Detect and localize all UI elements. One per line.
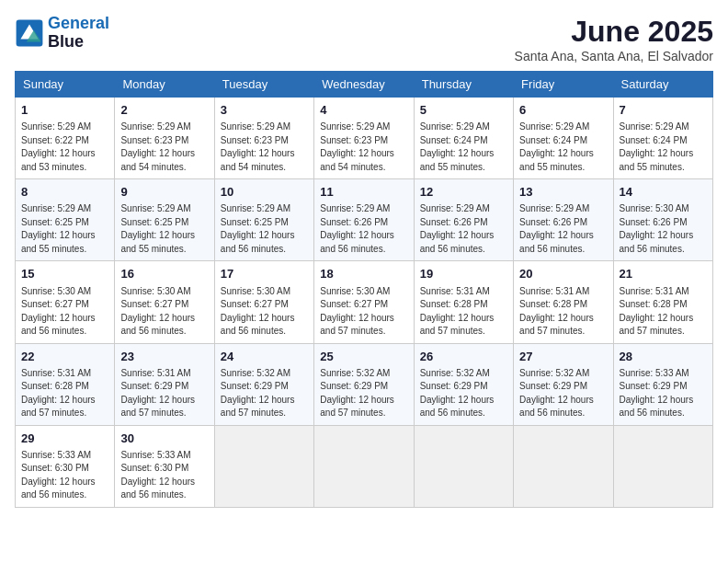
logo-text: General Blue	[48, 15, 109, 52]
calendar-day: 6 Sunrise: 5:29 AMSunset: 6:24 PMDayligh…	[514, 98, 613, 179]
calendar-day	[214, 425, 313, 507]
day-number: 20	[519, 266, 607, 282]
day-number: 5	[420, 102, 507, 119]
day-number: 23	[120, 349, 208, 365]
day-number: 7	[620, 102, 707, 119]
calendar-day: 24 Sunrise: 5:32 AMSunset: 6:29 PMDaylig…	[214, 343, 313, 425]
day-info: Sunrise: 5:29 AMSunset: 6:26 PMDaylight:…	[320, 202, 407, 256]
day-info: Sunrise: 5:29 AMSunset: 6:23 PMDaylight:…	[320, 121, 407, 174]
day-info: Sunrise: 5:29 AMSunset: 6:25 PMDaylight:…	[221, 202, 308, 256]
header-tuesday: Tuesday	[214, 72, 313, 98]
calendar-day: 27 Sunrise: 5:32 AMSunset: 6:29 PMDaylig…	[514, 343, 613, 425]
calendar-day	[314, 425, 414, 507]
calendar-day: 16 Sunrise: 5:30 AMSunset: 6:27 PMDaylig…	[115, 261, 214, 343]
day-number: 25	[320, 349, 407, 365]
logo-icon	[15, 18, 44, 48]
day-info: Sunrise: 5:29 AMSunset: 6:23 PMDaylight:…	[221, 121, 308, 174]
day-number: 28	[620, 349, 707, 365]
header-friday: Friday	[514, 72, 613, 98]
day-number: 15	[21, 266, 108, 282]
day-info: Sunrise: 5:29 AMSunset: 6:26 PMDaylight:…	[420, 202, 507, 256]
calendar-day: 30 Sunrise: 5:33 AMSunset: 6:30 PMDaylig…	[115, 425, 214, 507]
day-info: Sunrise: 5:32 AMSunset: 6:29 PMDaylight:…	[420, 367, 507, 420]
calendar-week-4: 22 Sunrise: 5:31 AMSunset: 6:28 PMDaylig…	[16, 343, 713, 425]
day-info: Sunrise: 5:29 AMSunset: 6:23 PMDaylight:…	[120, 121, 208, 174]
calendar-week-3: 15 Sunrise: 5:30 AMSunset: 6:27 PMDaylig…	[16, 261, 713, 343]
location-title: Santa Ana, Santa Ana, El Salvador	[515, 49, 713, 63]
day-number: 27	[519, 349, 607, 365]
day-info: Sunrise: 5:29 AMSunset: 6:24 PMDaylight:…	[620, 121, 707, 174]
day-info: Sunrise: 5:29 AMSunset: 6:24 PMDaylight:…	[519, 121, 607, 174]
day-number: 21	[620, 266, 707, 282]
day-number: 18	[320, 266, 407, 282]
calendar-day	[514, 425, 613, 507]
day-number: 12	[420, 184, 507, 201]
day-info: Sunrise: 5:30 AMSunset: 6:27 PMDaylight:…	[21, 285, 108, 339]
day-info: Sunrise: 5:29 AMSunset: 6:22 PMDaylight:…	[21, 121, 108, 174]
day-number: 14	[620, 184, 707, 201]
calendar-week-2: 8 Sunrise: 5:29 AMSunset: 6:25 PMDayligh…	[16, 179, 713, 261]
day-number: 17	[221, 266, 308, 282]
calendar-day: 3 Sunrise: 5:29 AMSunset: 6:23 PMDayligh…	[214, 98, 313, 179]
day-number: 13	[519, 184, 607, 201]
day-info: Sunrise: 5:32 AMSunset: 6:29 PMDaylight:…	[221, 367, 308, 420]
day-info: Sunrise: 5:33 AMSunset: 6:30 PMDaylight:…	[120, 449, 208, 502]
day-info: Sunrise: 5:32 AMSunset: 6:29 PMDaylight:…	[320, 367, 407, 420]
calendar-day: 5 Sunrise: 5:29 AMSunset: 6:24 PMDayligh…	[414, 98, 513, 179]
day-number: 24	[221, 349, 308, 365]
day-number: 4	[320, 102, 407, 119]
calendar-day: 29 Sunrise: 5:33 AMSunset: 6:30 PMDaylig…	[16, 425, 115, 507]
day-info: Sunrise: 5:30 AMSunset: 6:26 PMDaylight:…	[620, 202, 707, 256]
day-info: Sunrise: 5:29 AMSunset: 6:25 PMDaylight:…	[21, 202, 108, 256]
day-number: 3	[221, 102, 308, 119]
day-number: 10	[221, 184, 308, 201]
calendar-day: 25 Sunrise: 5:32 AMSunset: 6:29 PMDaylig…	[314, 343, 414, 425]
day-info: Sunrise: 5:32 AMSunset: 6:29 PMDaylight:…	[519, 367, 607, 420]
day-number: 29	[21, 431, 108, 447]
calendar-day: 22 Sunrise: 5:31 AMSunset: 6:28 PMDaylig…	[16, 343, 115, 425]
day-number: 22	[21, 349, 108, 365]
month-title: June 2025	[515, 15, 713, 49]
day-info: Sunrise: 5:30 AMSunset: 6:27 PMDaylight:…	[221, 285, 308, 339]
calendar-day: 7 Sunrise: 5:29 AMSunset: 6:24 PMDayligh…	[613, 98, 712, 179]
calendar-day: 2 Sunrise: 5:29 AMSunset: 6:23 PMDayligh…	[115, 98, 214, 179]
logo-line1: General	[48, 14, 109, 32]
calendar-day: 28 Sunrise: 5:33 AMSunset: 6:29 PMDaylig…	[613, 343, 712, 425]
calendar-day: 12 Sunrise: 5:29 AMSunset: 6:26 PMDaylig…	[414, 179, 513, 261]
calendar-day: 18 Sunrise: 5:30 AMSunset: 6:27 PMDaylig…	[314, 261, 414, 343]
calendar-day: 17 Sunrise: 5:30 AMSunset: 6:27 PMDaylig…	[214, 261, 313, 343]
calendar-week-5: 29 Sunrise: 5:33 AMSunset: 6:30 PMDaylig…	[16, 425, 713, 507]
day-info: Sunrise: 5:31 AMSunset: 6:28 PMDaylight:…	[420, 285, 507, 339]
calendar-day: 20 Sunrise: 5:31 AMSunset: 6:28 PMDaylig…	[514, 261, 613, 343]
calendar-day: 23 Sunrise: 5:31 AMSunset: 6:29 PMDaylig…	[115, 343, 214, 425]
day-info: Sunrise: 5:31 AMSunset: 6:28 PMDaylight:…	[21, 367, 108, 420]
day-info: Sunrise: 5:31 AMSunset: 6:28 PMDaylight:…	[519, 285, 607, 339]
calendar-day: 11 Sunrise: 5:29 AMSunset: 6:26 PMDaylig…	[314, 179, 414, 261]
logo: General Blue	[15, 15, 109, 52]
day-number: 8	[21, 184, 108, 201]
day-number: 26	[420, 349, 507, 365]
day-info: Sunrise: 5:31 AMSunset: 6:28 PMDaylight:…	[620, 285, 707, 339]
day-info: Sunrise: 5:31 AMSunset: 6:29 PMDaylight:…	[120, 367, 208, 420]
calendar-table: SundayMondayTuesdayWednesdayThursdayFrid…	[15, 71, 713, 508]
header-saturday: Saturday	[613, 72, 712, 98]
day-number: 30	[120, 431, 208, 447]
day-info: Sunrise: 5:29 AMSunset: 6:24 PMDaylight:…	[420, 121, 507, 174]
header-wednesday: Wednesday	[314, 72, 414, 98]
calendar-day: 14 Sunrise: 5:30 AMSunset: 6:26 PMDaylig…	[613, 179, 712, 261]
calendar-day: 19 Sunrise: 5:31 AMSunset: 6:28 PMDaylig…	[414, 261, 513, 343]
calendar-day: 26 Sunrise: 5:32 AMSunset: 6:29 PMDaylig…	[414, 343, 513, 425]
calendar-day	[414, 425, 513, 507]
header-sunday: Sunday	[16, 72, 115, 98]
calendar-day	[613, 425, 712, 507]
day-number: 2	[120, 102, 208, 119]
header: General Blue June 2025 Santa Ana, Santa …	[15, 15, 713, 63]
calendar-header-row: SundayMondayTuesdayWednesdayThursdayFrid…	[16, 72, 713, 98]
calendar-day: 15 Sunrise: 5:30 AMSunset: 6:27 PMDaylig…	[16, 261, 115, 343]
logo-line2: Blue	[48, 33, 109, 52]
day-number: 16	[120, 266, 208, 282]
calendar-day: 9 Sunrise: 5:29 AMSunset: 6:25 PMDayligh…	[115, 179, 214, 261]
calendar-day: 4 Sunrise: 5:29 AMSunset: 6:23 PMDayligh…	[314, 98, 414, 179]
day-info: Sunrise: 5:30 AMSunset: 6:27 PMDaylight:…	[120, 285, 208, 339]
day-info: Sunrise: 5:30 AMSunset: 6:27 PMDaylight:…	[320, 285, 407, 339]
